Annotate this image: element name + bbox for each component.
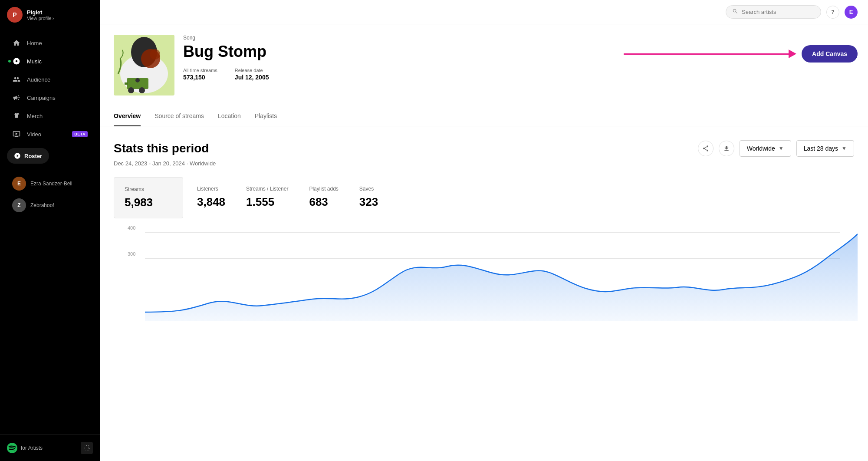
song-header: Song Bug Stomp All-time streams 573,150 … — [100, 24, 868, 106]
svg-point-1 — [16, 60, 18, 63]
chart-y-label-400: 400 — [128, 225, 135, 230]
share-icon — [702, 145, 709, 152]
search-icon — [732, 8, 738, 16]
time-range-dropdown[interactable]: Last 28 days ▼ — [796, 140, 854, 157]
download-icon — [723, 145, 730, 152]
user-name: Piglet — [27, 9, 54, 16]
user-button[interactable]: E — [845, 6, 858, 19]
chart-container: 400 300 — [128, 225, 840, 321]
stats-section: Stats this period Worldwide ▼ Last 28 da… — [100, 126, 868, 328]
view-profile-link[interactable]: View profile › — [27, 16, 54, 21]
sidebar-item-campaigns[interactable]: Campaigns — [3, 89, 96, 106]
active-indicator — [8, 60, 11, 63]
stats-date-range: Dec 24, 2023 - Jan 20, 2024 · Worldwide — [114, 160, 854, 167]
song-artwork-image — [114, 35, 174, 95]
saves-value: 323 — [359, 195, 378, 209]
svg-point-10 — [139, 87, 145, 93]
artist-name-zebrahoof: Zebrahoof — [30, 202, 54, 208]
song-type: Song — [183, 35, 854, 41]
artist-item-zebrahoof[interactable]: Z Zebrahoof — [3, 195, 96, 216]
video-icon — [12, 130, 21, 138]
release-date-label: Release date — [235, 68, 269, 73]
stat-listeners: Listeners 3,848 — [197, 186, 225, 209]
add-canvas-button[interactable]: Add Canvas — [802, 45, 858, 63]
sidebar-item-merch[interactable]: Merch — [3, 107, 96, 125]
stats-controls: Worldwide ▼ Last 28 days ▼ — [698, 140, 854, 157]
for-artists-text: for Artists — [21, 445, 43, 451]
playlist-adds-label: Playlist adds — [309, 186, 338, 192]
streams-per-listener-label: Streams / Listener — [246, 186, 288, 192]
all-time-streams-value: 573,150 — [183, 74, 217, 81]
arrow-line — [624, 53, 789, 55]
sidebar-collapse-button[interactable] — [81, 442, 93, 454]
canvas-action-area: Add Canvas — [624, 45, 858, 63]
location-dropdown[interactable]: Worldwide ▼ — [740, 140, 791, 157]
roster-icon — [14, 152, 21, 159]
stat-streams-per-listener: Streams / Listener 1.555 — [246, 186, 288, 209]
streams-value: 5,983 — [125, 196, 172, 209]
artist-avatar-ezra: E — [12, 177, 26, 191]
stat-playlist-adds: Playlist adds 683 — [309, 186, 338, 209]
spotify-logo-icon — [7, 443, 17, 453]
stat-cards-inline: Listeners 3,848 Streams / Listener 1.555… — [183, 177, 392, 217]
playlist-adds-value: 683 — [309, 195, 338, 209]
avatar: P — [7, 7, 23, 23]
sidebar-footer: for Artists — [0, 435, 100, 461]
stat-saves: Saves 323 — [359, 186, 378, 209]
beta-badge: BETA — [72, 131, 88, 137]
tab-playlists[interactable]: Playlists — [255, 106, 277, 126]
stats-title: Stats this period — [114, 142, 209, 155]
sidebar-top: P Piglet View profile › — [0, 0, 100, 28]
nav-menu: Home Music Audience Campaigns Merch — [0, 28, 100, 435]
release-date-value: Jul 12, 2005 — [235, 74, 269, 81]
merch-icon — [12, 112, 21, 120]
main-content: ? E — [100, 0, 868, 461]
search-bar[interactable] — [726, 5, 821, 19]
stat-cards-row: Streams 5,983 Listeners 3,848 Streams / … — [114, 177, 854, 218]
listeners-value: 3,848 — [197, 195, 225, 209]
chart-area: 400 300 — [114, 225, 854, 321]
streams-per-listener-value: 1.555 — [246, 195, 288, 209]
tab-source-of-streams[interactable]: Source of streams — [155, 106, 204, 126]
music-icon — [12, 57, 21, 66]
sidebar-item-music[interactable]: Music — [3, 53, 96, 70]
svg-point-11 — [135, 78, 140, 82]
tabs-bar: Overview Source of streams Location Play… — [100, 106, 868, 126]
sidebar-item-home[interactable]: Home — [3, 34, 96, 52]
stat-card-streams: Streams 5,983 — [114, 177, 183, 218]
sidebar-item-audience[interactable]: Audience — [3, 71, 96, 88]
artist-avatar-zebrahoof: Z — [12, 198, 26, 212]
all-time-streams-label: All-time streams — [183, 68, 217, 73]
saves-label: Saves — [359, 186, 378, 192]
chevron-down-icon: ▼ — [779, 145, 784, 151]
sidebar: P Piglet View profile › Home Music — [0, 0, 100, 461]
artist-name-ezra: Ezra Sandzer-Bell — [30, 181, 72, 187]
listeners-label: Listeners — [197, 186, 225, 192]
user-profile[interactable]: P Piglet View profile › — [7, 7, 93, 23]
spotify-for-artists: for Artists — [7, 443, 43, 453]
song-artwork — [114, 35, 174, 95]
tab-overview[interactable]: Overview — [114, 106, 141, 126]
sidebar-item-video[interactable]: Video BETA — [3, 125, 96, 143]
share-button[interactable] — [698, 141, 713, 156]
audience-icon — [12, 75, 21, 84]
arrow-head-icon — [789, 49, 796, 58]
chevron-down-icon-2: ▼ — [842, 145, 847, 151]
song-meta: All-time streams 573,150 Release date Ju… — [183, 68, 854, 81]
tab-location[interactable]: Location — [218, 106, 241, 126]
top-header: ? E — [100, 0, 868, 24]
campaigns-icon — [12, 93, 21, 102]
help-button[interactable]: ? — [826, 6, 839, 19]
streams-label: Streams — [125, 186, 172, 192]
svg-point-9 — [128, 87, 134, 93]
artist-item-ezra[interactable]: E Ezra Sandzer-Bell — [3, 173, 96, 194]
home-icon — [12, 39, 21, 47]
chart-svg — [145, 225, 858, 321]
release-date: Release date Jul 12, 2005 — [235, 68, 269, 81]
arrow-annotation — [624, 49, 796, 58]
download-button[interactable] — [719, 141, 734, 156]
chart-y-label-300: 300 — [128, 251, 135, 257]
search-input[interactable] — [742, 9, 815, 15]
roster-button[interactable]: Roster — [7, 148, 49, 164]
all-time-streams: All-time streams 573,150 — [183, 68, 217, 81]
